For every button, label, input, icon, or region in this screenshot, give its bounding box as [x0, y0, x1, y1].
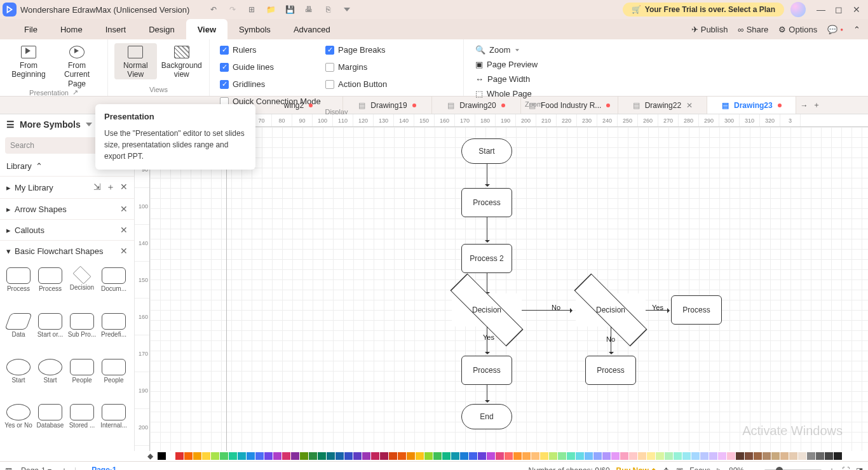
menu-view[interactable]: View	[186, 19, 227, 39]
node-process4[interactable]: Process	[671, 295, 722, 325]
color-chip[interactable]	[229, 452, 237, 460]
tab-drawing23[interactable]: ▤Drawing23	[707, 97, 796, 114]
page-tab-selector[interactable]: Page-1 ▾	[12, 464, 60, 471]
print-icon[interactable]: 🖶	[304, 4, 314, 15]
color-chip[interactable]	[834, 452, 842, 460]
color-chip[interactable]	[300, 452, 308, 460]
shape-item[interactable]: People	[98, 359, 130, 399]
color-chip[interactable]	[318, 452, 326, 460]
share-button[interactable]: ∞ Share	[738, 25, 768, 34]
presentation-launcher-icon[interactable]: ↗	[72, 88, 78, 97]
color-chip[interactable]	[433, 452, 442, 460]
color-chip[interactable]	[638, 452, 646, 460]
color-chip[interactable]	[780, 452, 789, 460]
shape-item[interactable]: Data	[3, 313, 34, 354]
color-chip[interactable]	[602, 452, 611, 460]
color-chip[interactable]	[700, 452, 709, 460]
normal-view-button[interactable]: Normal View	[114, 43, 157, 79]
shape-item[interactable]: Predefi...	[98, 313, 130, 354]
remove-icon[interactable]: ✕	[120, 204, 128, 214]
connector[interactable]	[522, 310, 571, 311]
page-list-icon[interactable]: ▥	[5, 466, 12, 471]
focus-button[interactable]: Focus	[689, 466, 710, 471]
section-my-library[interactable]: ▸ My Library⇲＋✕	[0, 176, 134, 198]
menu-home[interactable]: Home	[49, 19, 94, 39]
color-chip[interactable]	[398, 452, 406, 460]
color-chip[interactable]	[620, 452, 628, 460]
notification-icon[interactable]: 💬●	[827, 25, 843, 34]
fill-tool-icon[interactable]: ◆	[147, 452, 153, 460]
color-chip[interactable]	[478, 452, 486, 460]
node-process5[interactable]: Process	[585, 356, 636, 385]
background-view-button[interactable]: Background view	[161, 43, 203, 79]
color-chip[interactable]	[362, 452, 370, 460]
connector[interactable]	[487, 164, 487, 185]
color-chip[interactable]	[567, 452, 575, 460]
color-chip[interactable]	[166, 452, 175, 460]
color-chip[interactable]	[807, 452, 815, 460]
page-width-button[interactable]: ↔ Page Width	[470, 72, 535, 86]
open-icon[interactable]: 📁	[266, 4, 276, 15]
color-chip[interactable]	[629, 452, 637, 460]
color-chip[interactable]	[309, 452, 317, 460]
color-chip[interactable]	[442, 452, 451, 460]
connector[interactable]	[487, 385, 487, 401]
color-chip[interactable]	[611, 452, 620, 460]
color-chip[interactable]	[469, 452, 477, 460]
shape-item[interactable]: Decision	[66, 267, 98, 308]
node-decision2[interactable]: Decision	[576, 293, 646, 326]
menu-symbols[interactable]: Symbols	[227, 19, 282, 39]
connector[interactable]	[487, 273, 487, 293]
add-page-button[interactable]: ＋	[60, 465, 68, 470]
options-button[interactable]: ⚙ Options	[778, 25, 817, 34]
color-chip[interactable]	[202, 452, 210, 460]
color-chip[interactable]	[745, 452, 753, 460]
color-chip[interactable]	[487, 452, 495, 460]
gridlines-checkbox[interactable]: ✓Gridlines	[216, 77, 318, 91]
color-chip[interactable]	[682, 452, 691, 460]
export-icon[interactable]: ⎘	[323, 4, 333, 15]
color-chip[interactable]	[656, 452, 664, 460]
color-chip[interactable]	[344, 452, 353, 460]
menu-advanced[interactable]: Advanced	[282, 19, 342, 39]
color-chip[interactable]	[691, 452, 700, 460]
connector[interactable]	[646, 310, 668, 311]
menu-file[interactable]: File	[13, 19, 49, 39]
color-chip[interactable]	[291, 452, 299, 460]
color-chip[interactable]	[184, 452, 193, 460]
menu-insert[interactable]: Insert	[94, 19, 138, 39]
color-chip[interactable]	[718, 452, 726, 460]
color-chip[interactable]	[264, 452, 273, 460]
zoom-out-button[interactable]: —	[750, 466, 758, 471]
color-chip[interactable]	[282, 452, 290, 460]
color-chip[interactable]	[674, 452, 682, 460]
color-chip[interactable]	[505, 452, 513, 460]
color-chip[interactable]	[158, 452, 166, 460]
color-chip[interactable]	[380, 452, 388, 460]
color-chip[interactable]	[327, 452, 335, 460]
section-callouts[interactable]: ▸ Callouts✕	[0, 219, 134, 240]
shape-item[interactable]: Stored ...	[66, 404, 98, 445]
color-chip[interactable]	[665, 452, 673, 460]
color-chip[interactable]	[389, 452, 397, 460]
shape-item[interactable]: Yes or No	[3, 404, 34, 445]
color-chip[interactable]	[522, 452, 531, 460]
node-process2[interactable]: Process 2	[461, 244, 512, 273]
color-chip[interactable]	[238, 452, 246, 460]
color-chip[interactable]	[576, 452, 584, 460]
color-chip[interactable]	[540, 452, 548, 460]
tab-drawing22[interactable]: ▤Drawing22✕	[618, 97, 707, 114]
tab-add-icon[interactable]: ＋	[813, 100, 820, 111]
zoom-in-button[interactable]: ＋	[828, 465, 836, 470]
tab-drawing19[interactable]: ▤Drawing19	[343, 97, 432, 114]
color-chip[interactable]	[407, 452, 415, 460]
color-chip[interactable]	[531, 452, 539, 460]
new-icon[interactable]: ⊞	[247, 4, 257, 15]
from-current-page-button[interactable]: From Current Page	[55, 43, 99, 88]
section-arrow-shapes[interactable]: ▸ Arrow Shapes✕	[0, 198, 134, 219]
fit-page-icon[interactable]: ⛶	[842, 466, 850, 471]
action-button-checkbox[interactable]: ✓Action Button	[322, 77, 423, 91]
node-process[interactable]: Process	[461, 188, 512, 217]
color-chip[interactable]	[193, 452, 201, 460]
color-chip[interactable]	[273, 452, 281, 460]
